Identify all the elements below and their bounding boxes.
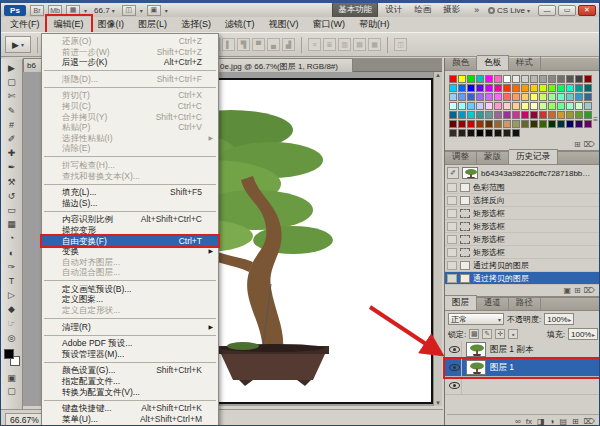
color-swatch[interactable] <box>557 93 565 101</box>
workspace-button[interactable]: 设计 <box>380 3 407 17</box>
tool-button[interactable]: ▷ <box>3 288 21 302</box>
color-swatch[interactable] <box>548 75 556 83</box>
new-layer-icon[interactable]: ⊞ <box>572 417 579 426</box>
color-swatch[interactable] <box>530 84 538 92</box>
color-swatch[interactable] <box>494 75 502 83</box>
menu-item[interactable]: 还原(O) Ctrl+Z <box>42 36 218 47</box>
menu-item[interactable]: 操控变形 <box>42 225 218 236</box>
color-swatch[interactable] <box>467 93 475 101</box>
menu-item[interactable] <box>44 318 216 319</box>
history-state-row[interactable]: 矩形选框 <box>445 207 600 220</box>
color-swatch[interactable] <box>512 75 520 83</box>
menu-item[interactable]: 定义图案... <box>42 294 218 305</box>
color-swatch[interactable] <box>530 102 538 110</box>
color-swatch[interactable] <box>458 84 466 92</box>
menu-item[interactable]: 菜单(U)... Alt+Shift+Ctrl+M <box>42 414 218 425</box>
layer-mask-icon[interactable]: ◨ <box>537 417 545 426</box>
workspace-button[interactable]: 摄影 <box>438 3 465 17</box>
distribute-icon[interactable]: ▥ <box>338 38 351 51</box>
history-brush-source-icon[interactable]: ✐ <box>447 167 459 179</box>
panel-tab[interactable]: 图层 <box>445 295 477 310</box>
color-swatch[interactable] <box>539 102 547 110</box>
color-swatch[interactable] <box>449 93 457 101</box>
color-swatch[interactable] <box>557 102 565 110</box>
history-source-checkbox[interactable] <box>447 274 457 283</box>
menu-item[interactable]: 合并拷贝(Y) Shift+Ctrl+C <box>42 112 218 123</box>
tool-button[interactable]: ✑ <box>3 260 21 274</box>
color-swatch[interactable] <box>458 120 466 128</box>
quick-mask-icon[interactable]: ▣ <box>7 373 16 383</box>
menu-item[interactable]: 自动混合图层... <box>42 267 218 278</box>
window-control-button[interactable]: — <box>538 5 556 16</box>
menu-bar-item[interactable]: 窗口(W) <box>306 16 353 33</box>
color-swatch[interactable] <box>467 129 475 137</box>
layer-row[interactable] <box>445 377 600 395</box>
menu-item[interactable] <box>44 156 216 157</box>
color-swatch[interactable] <box>476 75 484 83</box>
panel-tab[interactable]: 蒙版 <box>477 150 509 164</box>
color-swatch[interactable] <box>467 111 475 119</box>
menu-bar-item[interactable]: 视图(V) <box>262 16 306 33</box>
menu-item[interactable]: 内容识别比例 Alt+Shift+Ctrl+C <box>42 214 218 225</box>
menu-item[interactable]: 粘贴(P) Ctrl+V <box>42 122 218 133</box>
status-zoom-field[interactable]: 66.67% <box>5 413 44 426</box>
history-source-checkbox[interactable] <box>447 183 457 192</box>
menu-item[interactable] <box>44 70 216 71</box>
menu-item[interactable]: 查找和替换文本(X)... <box>42 171 218 182</box>
menu-item[interactable]: 指定配置文件... <box>42 376 218 387</box>
link-layers-icon[interactable]: ∞ <box>515 417 521 426</box>
history-source-checkbox[interactable] <box>447 248 457 257</box>
color-swatch[interactable] <box>503 84 511 92</box>
color-swatch[interactable] <box>485 120 493 128</box>
lock-all-icon[interactable]: ▪ <box>508 329 518 339</box>
color-swatch[interactable] <box>566 84 574 92</box>
lock-transparency-icon[interactable]: ▩ <box>469 329 479 339</box>
color-swatch[interactable] <box>476 120 484 128</box>
color-swatch[interactable] <box>539 120 547 128</box>
panel-tab[interactable]: 样式 <box>509 56 541 70</box>
distribute-icon[interactable]: ≡ <box>308 38 321 51</box>
color-swatch[interactable] <box>494 120 502 128</box>
color-swatch[interactable] <box>494 93 502 101</box>
distribute-icon[interactable]: ▤ <box>353 38 366 51</box>
distribute-icon[interactable]: ▦ <box>368 38 381 51</box>
menu-bar-item[interactable]: 编辑(E) <box>47 16 91 33</box>
tool-button[interactable]: ⚒ <box>3 175 21 189</box>
color-swatch[interactable] <box>584 102 592 110</box>
history-snapshot-row[interactable]: ✐ b64343a98226cffc728718bbbb... <box>445 165 600 181</box>
color-swatch[interactable] <box>521 111 529 119</box>
color-swatch[interactable] <box>467 102 475 110</box>
history-state-row[interactable]: 矩形选框 <box>445 220 600 233</box>
color-swatch[interactable] <box>449 75 457 83</box>
vertical-scrollbar[interactable]: ▲▼ <box>433 72 442 406</box>
tool-button[interactable]: ▶ <box>3 61 21 75</box>
color-swatch[interactable] <box>503 75 511 83</box>
color-swatch[interactable] <box>458 93 466 101</box>
color-swatch[interactable] <box>584 93 592 101</box>
color-swatch[interactable] <box>494 84 502 92</box>
menu-item[interactable] <box>44 184 216 185</box>
color-swatch[interactable] <box>530 75 538 83</box>
tool-button[interactable]: ✎ <box>3 104 21 118</box>
tool-button[interactable]: ↺ <box>3 189 21 203</box>
color-swatch[interactable] <box>566 102 574 110</box>
delete-swatch-icon[interactable]: ⌦ <box>584 140 595 149</box>
color-swatch[interactable] <box>566 93 574 101</box>
menu-item[interactable]: 选择性粘贴(I) <box>42 133 218 144</box>
delete-state-icon[interactable]: ⌦ <box>584 286 595 295</box>
color-swatch[interactable] <box>521 120 529 128</box>
menu-item[interactable]: 清理(R) <box>42 322 218 333</box>
panel-menu-icon[interactable]: ≡ <box>593 115 598 124</box>
tool-button[interactable]: ✚ <box>3 146 21 160</box>
color-swatch[interactable] <box>503 120 511 128</box>
color-swatch[interactable] <box>521 102 529 110</box>
mini-bridge-icon[interactable]: Mb <box>48 5 62 16</box>
visibility-toggle[interactable] <box>447 377 462 394</box>
menu-item[interactable] <box>44 400 216 401</box>
tool-button[interactable]: ☞ <box>3 316 21 330</box>
color-swatch[interactable] <box>521 93 529 101</box>
menu-bar-item[interactable]: 图像(I) <box>91 16 132 33</box>
arrange-documents-icon[interactable]: ◫ <box>122 5 136 16</box>
menu-item[interactable]: 颜色设置(G)... Shift+Ctrl+K <box>42 365 218 376</box>
history-state-row[interactable]: 通过拷贝的图层 <box>445 259 600 272</box>
